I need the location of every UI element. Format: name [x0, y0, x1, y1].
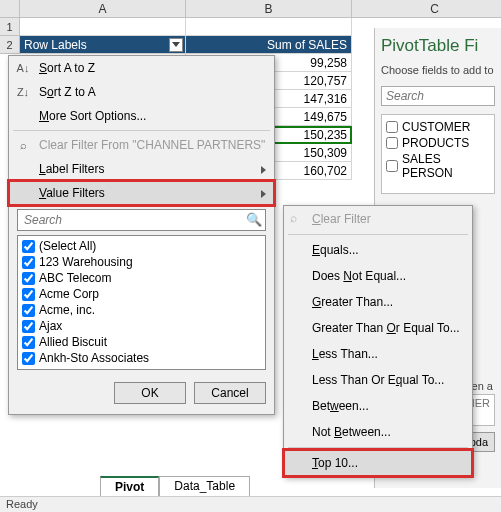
submenu-clear-filter: ⌕Clear Filter — [284, 206, 472, 232]
sort-za[interactable]: Z↓Sort Z to A — [9, 80, 274, 104]
submenu-equals[interactable]: Equals... — [284, 237, 472, 263]
corner-blank — [0, 0, 20, 18]
cancel-button[interactable]: Cancel — [194, 382, 266, 404]
pivot-row-labels-header[interactable]: Row Labels — [20, 36, 186, 54]
fields-desc: Choose fields to add to — [381, 64, 495, 76]
check[interactable] — [22, 240, 35, 253]
submenu-top10[interactable]: Top 10... — [284, 450, 472, 476]
column-headers: A B C — [20, 0, 501, 18]
field-checkbox[interactable] — [386, 160, 398, 172]
field-checkbox[interactable] — [386, 121, 398, 133]
check-item: Ankh-Sto Associates — [22, 350, 261, 366]
fields-search-input[interactable] — [381, 86, 495, 106]
check-item: Acme, inc. — [22, 302, 261, 318]
row-header[interactable]: 1 — [0, 18, 20, 36]
cell[interactable] — [20, 18, 186, 36]
submenu-lt[interactable]: Less Than... — [284, 341, 472, 367]
col-header-c[interactable]: C — [352, 0, 501, 17]
clear-filter-icon: ⌕ — [15, 137, 31, 153]
separator — [13, 130, 270, 131]
filter-menu: A↓Sort A to Z Z↓Sort Z to A More Sort Op… — [8, 55, 275, 415]
check-item: 123 Warehousing — [22, 254, 261, 270]
filter-search-input[interactable] — [17, 209, 266, 231]
fields-title: PivotTable Fi — [381, 36, 495, 56]
sheet-tabs: Pivot Data_Table — [30, 476, 250, 496]
check[interactable] — [22, 320, 35, 333]
sort-za-icon: Z↓ — [15, 84, 31, 100]
search-icon: 🔍 — [246, 212, 262, 227]
cell[interactable] — [186, 18, 352, 36]
clear-filter: ⌕Clear Filter From "CHANNEL PARTNERS" — [9, 133, 274, 157]
check[interactable] — [22, 256, 35, 269]
ok-button[interactable]: OK — [114, 382, 186, 404]
field-item: SALES PERSON — [386, 151, 490, 181]
check[interactable] — [22, 336, 35, 349]
check[interactable] — [22, 352, 35, 365]
check-item: Allied Biscuit — [22, 334, 261, 350]
tab-data-table[interactable]: Data_Table — [159, 476, 250, 496]
submenu-gte[interactable]: Greater Than Or Equal To... — [284, 315, 472, 341]
row-header[interactable]: 2 — [0, 36, 20, 54]
separator — [288, 234, 468, 235]
filter-dropdown-button[interactable] — [169, 38, 183, 52]
sort-az[interactable]: A↓Sort A to Z — [9, 56, 274, 80]
status-bar: Ready — [0, 496, 501, 512]
check-item: ABC Telecom — [22, 270, 261, 286]
more-sort-options[interactable]: More Sort Options... — [9, 104, 274, 128]
filter-search: 🔍 — [17, 209, 266, 231]
fields-list[interactable]: CUSTOMER PRODUCTS SALES PERSON — [381, 114, 495, 194]
clear-filter-icon: ⌕ — [290, 211, 306, 227]
field-checkbox[interactable] — [386, 137, 398, 149]
label-filters[interactable]: Label Filters — [9, 157, 274, 181]
pivot-sum-header[interactable]: Sum of SALES — [186, 36, 352, 54]
value-filters[interactable]: Value Filters — [9, 181, 274, 205]
chevron-right-icon — [261, 190, 266, 198]
separator — [288, 447, 468, 448]
col-header-a[interactable]: A — [20, 0, 186, 17]
submenu-lte[interactable]: Less Than Or Equal To... — [284, 367, 472, 393]
field-item: PRODUCTS — [386, 135, 490, 151]
submenu-gt[interactable]: Greater Than... — [284, 289, 472, 315]
sort-az-icon: A↓ — [15, 60, 31, 76]
value-filters-submenu: ⌕Clear Filter Equals... Does Not Equal..… — [283, 205, 473, 477]
submenu-between[interactable]: Between... — [284, 393, 472, 419]
check[interactable] — [22, 304, 35, 317]
submenu-not-equal[interactable]: Does Not Equal... — [284, 263, 472, 289]
field-item: CUSTOMER — [386, 119, 490, 135]
chevron-right-icon — [261, 166, 266, 174]
row-labels-text: Row Labels — [24, 38, 87, 52]
filter-checklist[interactable]: (Select All) 123 Warehousing ABC Telecom… — [17, 235, 266, 370]
dialog-buttons: OK Cancel — [9, 376, 274, 414]
tab-pivot[interactable]: Pivot — [100, 476, 159, 496]
submenu-not-between[interactable]: Not Between... — [284, 419, 472, 445]
check-item: Ajax — [22, 318, 261, 334]
row-headers: 1 2 — [0, 0, 20, 54]
check[interactable] — [22, 272, 35, 285]
check-item: Acme Corp — [22, 286, 261, 302]
check[interactable] — [22, 288, 35, 301]
col-header-b[interactable]: B — [186, 0, 352, 17]
check-item: (Select All) — [22, 238, 261, 254]
